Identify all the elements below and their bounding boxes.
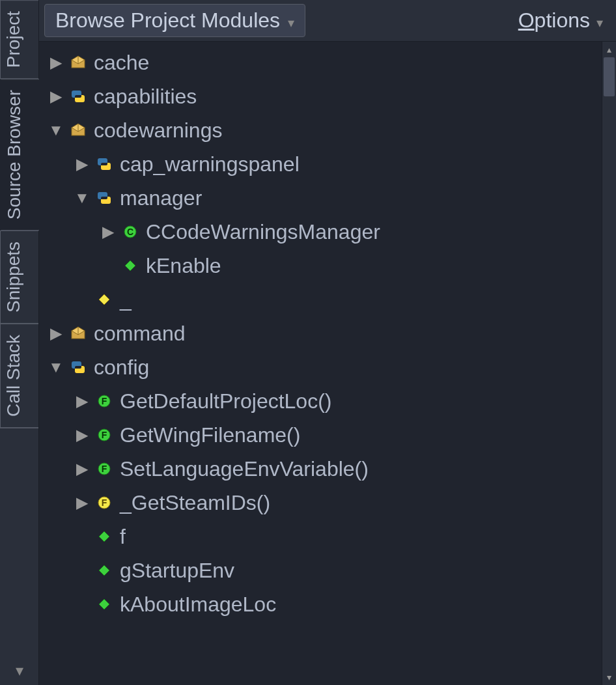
tree-item[interactable]: gStartupEnv [44,553,602,587]
disclosure-open-icon[interactable]: ▼ [47,358,65,376]
tree-item-label: CCodeWarningsManager [143,220,380,244]
tree-item[interactable]: kEnable [44,249,602,283]
tabstrip-overflow-arrow[interactable]: ▾ [0,656,38,685]
tree-item-label: cache [91,51,149,75]
var-green-icon [121,257,139,275]
tree-item[interactable]: ▶cap_warningspanel [44,147,602,181]
tree-item[interactable]: f [44,520,602,553]
var-green-icon [95,561,113,580]
disclosure-closed-icon[interactable]: ▶ [73,494,91,512]
package-icon [69,121,87,139]
chevron-down-icon [288,8,294,33]
tree-item[interactable]: ▼config [44,350,602,384]
tree-item-label: kEnable [143,254,221,278]
func-green-icon [95,392,113,410]
python-icon [95,189,113,207]
tree-item-label: GetWingFilename() [117,423,300,447]
disclosure-closed-icon[interactable]: ▶ [99,223,117,241]
tree-item-label: codewarnings [91,119,222,143]
sidebar-tabstrip: Project Source Browser Snippets Call Sta… [0,0,39,685]
tree-item-label: kAboutImageLoc [117,593,276,617]
class-icon [121,223,139,241]
tree-item[interactable]: ▶GetWingFilename() [44,418,602,452]
disclosure-open-icon[interactable]: ▼ [73,189,91,207]
tree-item-label: cap_warningspanel [117,152,300,176]
tree-item-label: config [91,356,149,380]
tab-source-browser[interactable]: Source Browser [0,79,39,231]
disclosure-closed-icon[interactable]: ▶ [73,460,91,478]
tree-item[interactable]: _ [44,283,602,316]
package-icon [69,53,87,72]
tree-item[interactable]: ▶_GetSteamIDs() [44,486,602,520]
tree-item-label: _ [117,288,132,312]
tree-container: ▶cache▶capabilities▼codewarnings▶cap_war… [39,42,616,685]
tree-item[interactable]: ▶SetLanguageEnvVariable() [44,452,602,486]
toolbar: Browse Project Modules Options [39,0,616,42]
tabstrip-spacer [0,428,38,656]
tree-item-label: capabilities [91,85,197,109]
scroll-thumb[interactable] [604,57,615,96]
tree-item[interactable]: ▶capabilities [44,79,602,113]
tree-item[interactable]: ▶cache [44,46,602,79]
tab-project[interactable]: Project [0,0,38,79]
browse-mode-label: Browse Project Modules [55,8,280,33]
tree-item-label: f [117,525,126,549]
func-green-icon [95,426,113,444]
disclosure-open-icon[interactable]: ▼ [47,121,65,139]
source-browser-panel: Browse Project Modules Options ▶cache▶ca… [39,0,616,685]
tree-item[interactable]: ▶command [44,316,602,350]
tree-item-label: SetLanguageEnvVariable() [117,457,369,481]
options-label: Options [518,8,590,33]
tree-item[interactable]: ▼codewarnings [44,113,602,147]
disclosure-closed-icon[interactable]: ▶ [47,324,65,342]
python-icon [95,155,113,173]
tree-item-label: gStartupEnv [117,559,234,583]
tab-call-stack[interactable]: Call Stack [0,324,38,428]
module-tree[interactable]: ▶cache▶capabilities▼codewarnings▶cap_war… [39,42,602,685]
tree-item-label: manager [117,186,202,210]
scroll-up-arrow[interactable]: ▴ [602,42,616,57]
scroll-down-arrow[interactable]: ▾ [602,669,616,685]
options-menu-button[interactable]: Options [511,5,611,36]
tab-snippets[interactable]: Snippets [0,231,38,324]
func-yellow-icon [95,494,113,512]
tree-item-label: _GetSteamIDs() [117,491,270,515]
disclosure-closed-icon[interactable]: ▶ [73,392,91,410]
python-icon [69,87,87,105]
chevron-down-icon [596,8,603,33]
tree-item[interactable]: kAboutImageLoc [44,587,602,621]
browse-mode-dropdown[interactable]: Browse Project Modules [44,4,305,37]
vertical-scrollbar[interactable]: ▴ ▾ [602,42,616,685]
tree-item[interactable]: ▶CCodeWarningsManager [44,215,602,249]
disclosure-closed-icon[interactable]: ▶ [47,53,65,72]
var-green-icon [95,595,113,613]
func-green-icon [95,460,113,478]
python-icon [69,358,87,376]
disclosure-closed-icon[interactable]: ▶ [73,426,91,444]
var-yellow-icon [95,290,113,309]
tree-item-label: command [91,322,186,346]
package-icon [69,324,87,342]
var-green-icon [95,527,113,546]
tree-item[interactable]: ▶GetDefaultProjectLoc() [44,384,602,418]
tree-item-label: GetDefaultProjectLoc() [117,389,331,413]
disclosure-closed-icon[interactable]: ▶ [47,87,65,105]
disclosure-closed-icon[interactable]: ▶ [73,155,91,173]
tree-item[interactable]: ▼manager [44,181,602,215]
